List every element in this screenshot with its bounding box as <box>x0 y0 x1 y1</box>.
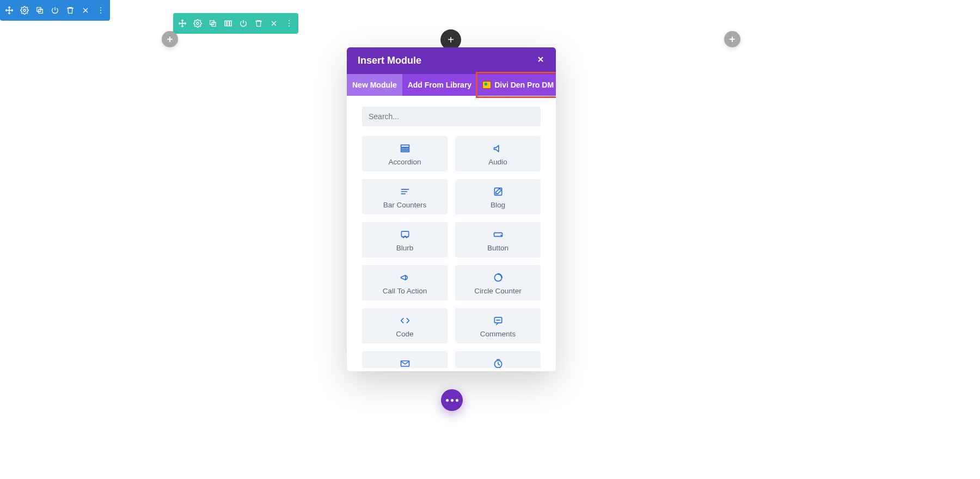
button-icon <box>458 229 537 241</box>
svg-point-0 <box>23 9 26 11</box>
audio-icon <box>458 143 537 155</box>
svg-point-4 <box>100 10 101 11</box>
blurb-icon <box>365 229 444 241</box>
svg-point-12 <box>289 20 290 21</box>
page-settings-fab[interactable] <box>441 389 463 411</box>
module-option[interactable]: Circle Counter <box>455 265 541 300</box>
tab-divi-den-pro[interactable]: Divi Den Pro DM <box>477 74 556 96</box>
module-option[interactable]: Audio <box>455 136 541 171</box>
megaphone-icon <box>365 272 444 284</box>
module-option[interactable]: Call To Action <box>362 265 448 300</box>
gear-icon[interactable] <box>17 3 32 17</box>
circle-counter-icon <box>458 272 537 284</box>
columns-icon[interactable] <box>221 16 235 30</box>
svg-point-5 <box>100 13 101 14</box>
search-input[interactable] <box>362 107 541 126</box>
svg-point-14 <box>289 26 290 27</box>
module-option[interactable]: Code <box>362 308 448 343</box>
close-icon[interactable] <box>267 16 281 30</box>
module-label: Call To Action <box>365 287 444 295</box>
insert-module-modal: Insert Module New Module Add From Librar… <box>347 47 556 371</box>
module-label: Bar Counters <box>365 201 444 209</box>
move-icon[interactable] <box>2 3 16 17</box>
trash-icon[interactable] <box>252 16 266 30</box>
svg-point-26 <box>497 320 497 321</box>
add-module-right-button[interactable]: + <box>724 31 740 47</box>
module-label: Button <box>458 244 537 252</box>
envelope-icon <box>365 358 444 368</box>
module-label: Blog <box>458 201 537 209</box>
section-toolbar-blue <box>0 0 110 21</box>
module-label: Code <box>365 330 444 338</box>
tab-divi-den-label: Divi Den Pro DM <box>494 81 554 89</box>
svg-rect-10 <box>227 21 229 26</box>
divi-den-icon <box>482 81 491 89</box>
svg-rect-9 <box>225 21 226 26</box>
module-option[interactable]: Accordion <box>362 136 448 171</box>
module-label: Audio <box>458 158 537 166</box>
module-option[interactable]: Blog <box>455 179 541 214</box>
svg-point-28 <box>499 320 500 321</box>
dots-icon <box>446 399 458 402</box>
module-option[interactable]: Blurb <box>362 222 448 257</box>
module-option[interactable]: Comments <box>455 308 541 343</box>
module-option[interactable]: Countdown Timer <box>455 351 541 368</box>
more-icon[interactable] <box>94 3 108 17</box>
power-icon[interactable] <box>48 3 62 17</box>
blog-icon <box>458 186 537 198</box>
comments-icon <box>458 315 537 327</box>
svg-rect-15 <box>401 145 409 147</box>
svg-point-27 <box>498 320 498 321</box>
timer-icon <box>458 358 537 368</box>
svg-rect-16 <box>401 148 409 150</box>
svg-point-13 <box>289 23 290 24</box>
close-icon[interactable] <box>78 3 93 17</box>
module-grid: AccordionAudioBar CountersBlogBlurbButto… <box>362 136 541 368</box>
module-option[interactable]: Button <box>455 222 541 257</box>
svg-point-3 <box>100 7 101 8</box>
modal-title: Insert Module <box>358 55 421 66</box>
gear-icon[interactable] <box>191 16 205 30</box>
module-option[interactable]: Bar Counters <box>362 179 448 214</box>
close-icon[interactable] <box>536 55 545 66</box>
add-module-left-button[interactable]: + <box>162 31 178 47</box>
svg-rect-17 <box>401 150 409 152</box>
modal-header: Insert Module <box>347 47 556 74</box>
modal-tabs: New Module Add From Library Divi Den Pro… <box>347 74 556 96</box>
trash-icon[interactable] <box>63 3 77 17</box>
svg-rect-11 <box>230 21 231 26</box>
duplicate-icon[interactable] <box>33 3 47 17</box>
module-label: Accordion <box>365 158 444 166</box>
tab-new-module[interactable]: New Module <box>347 74 402 96</box>
duplicate-icon[interactable] <box>206 16 220 30</box>
module-label: Comments <box>458 330 537 338</box>
modal-body: AccordionAudioBar CountersBlogBlurbButto… <box>347 96 556 368</box>
module-option[interactable]: Contact Form <box>362 351 448 368</box>
svg-rect-23 <box>494 233 502 237</box>
move-icon[interactable] <box>175 16 189 30</box>
code-icon <box>365 315 444 327</box>
accordion-icon <box>365 143 444 155</box>
module-label: Circle Counter <box>458 287 537 295</box>
row-toolbar-green <box>173 13 298 34</box>
more-icon[interactable] <box>282 16 296 30</box>
module-label: Blurb <box>365 244 444 252</box>
tab-add-from-library[interactable]: Add From Library <box>402 74 477 96</box>
power-icon[interactable] <box>236 16 250 30</box>
svg-point-6 <box>197 22 199 24</box>
bars-icon <box>365 186 444 198</box>
